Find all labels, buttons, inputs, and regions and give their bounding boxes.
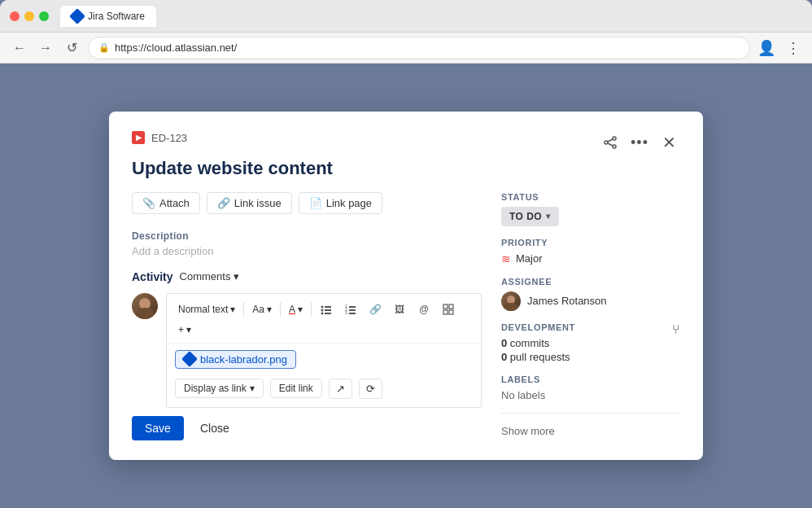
- status-section-label: STATUS: [501, 192, 680, 202]
- mention-button[interactable]: @: [413, 299, 435, 320]
- assignee-name: James Rotanson: [527, 295, 607, 307]
- labels-section-label: LABELS: [501, 374, 680, 384]
- description-placeholder[interactable]: Add a description: [132, 245, 482, 257]
- menu-icon[interactable]: ⋮: [783, 38, 802, 58]
- description-label: Description: [132, 230, 482, 242]
- minimize-traffic-light[interactable]: [24, 11, 34, 21]
- issue-id-row: ▶ ED-123: [132, 131, 187, 144]
- more-chevron-icon: ▾: [186, 324, 191, 335]
- close-button[interactable]: Close: [192, 416, 238, 440]
- image-button[interactable]: 🖼: [388, 299, 411, 320]
- svg-point-5: [321, 305, 324, 308]
- svg-rect-16: [349, 313, 356, 314]
- show-more-link[interactable]: Show more: [501, 425, 680, 437]
- user-avatar: [132, 293, 158, 319]
- text-style-dropdown[interactable]: Normal text ▾: [173, 301, 240, 318]
- forward-button[interactable]: →: [36, 38, 55, 58]
- development-section: DEVELOPMENT ⑂ 0 commits 0 pull requests: [501, 322, 680, 363]
- lock-icon: 🔒: [98, 42, 110, 53]
- issue-type-icon: ▶: [132, 131, 145, 144]
- svg-line-3: [608, 139, 613, 142]
- svg-rect-10: [325, 313, 331, 314]
- font-size-dropdown[interactable]: Aa ▾: [247, 301, 277, 318]
- open-link-icon: ↗: [336, 383, 345, 395]
- pull-requests-value: 0: [501, 351, 507, 363]
- font-size-label: Aa: [252, 304, 264, 315]
- titlebar: Jira Software: [0, 0, 812, 33]
- assignee-row: James Rotanson: [501, 291, 680, 311]
- labels-value: No labels: [501, 389, 680, 401]
- dev-header: DEVELOPMENT ⑂: [501, 322, 680, 337]
- priority-value: Major: [516, 252, 543, 265]
- account-icon[interactable]: 👤: [757, 38, 776, 58]
- comment-editor[interactable]: Normal text ▾ Aa ▾ A: [166, 293, 482, 408]
- svg-rect-12: [349, 306, 356, 308]
- open-link-button[interactable]: ↗: [329, 379, 352, 399]
- issue-title: Update website content: [132, 157, 680, 181]
- svg-rect-19: [443, 310, 447, 314]
- traffic-lights: [10, 11, 49, 21]
- status-badge[interactable]: TO DO ▾: [501, 207, 559, 226]
- development-section-label: DEVELOPMENT: [501, 322, 575, 332]
- modal-body: 📎 Attach 🔗 Link issue 📄 Link page: [132, 192, 680, 440]
- browser-content: ▶ ED-123 ••• ✕ Update website content: [0, 64, 812, 508]
- priority-row: ≋ Major: [501, 252, 680, 265]
- issue-id: ED-123: [151, 132, 187, 144]
- close-traffic-light[interactable]: [10, 11, 20, 21]
- more-options-button[interactable]: •••: [628, 131, 651, 154]
- svg-rect-20: [449, 310, 453, 314]
- bullet-list-button[interactable]: [315, 299, 338, 320]
- svg-rect-17: [443, 304, 447, 309]
- modal-actions: ••• ✕: [599, 131, 680, 154]
- activity-dropdown-label: Comments: [180, 270, 231, 282]
- close-modal-button[interactable]: ✕: [657, 131, 680, 154]
- link-issue-label: Link issue: [234, 197, 282, 209]
- attach-button[interactable]: 📎 Attach: [132, 192, 200, 214]
- table-button[interactable]: [437, 299, 460, 320]
- save-button[interactable]: Save: [132, 416, 184, 440]
- link-page-button[interactable]: 📄 Link page: [299, 192, 382, 214]
- url-bar[interactable]: 🔒 https://cloud.atlassian.net/: [88, 37, 750, 59]
- reload-button[interactable]: ↺: [62, 38, 81, 58]
- modal-header: ▶ ED-123 ••• ✕: [132, 131, 680, 154]
- numbered-list-button[interactable]: 1.2.3.: [339, 299, 362, 320]
- link-button[interactable]: 🔗: [364, 299, 386, 320]
- activity-dropdown[interactable]: Comments ▾: [180, 270, 240, 282]
- labels-section: LABELS No labels: [501, 374, 680, 401]
- commits-label: commits: [510, 337, 549, 349]
- unlink-button[interactable]: ⟳: [359, 379, 382, 399]
- commits-stat: 0 commits: [501, 337, 680, 349]
- branch-icon[interactable]: ⑂: [672, 322, 680, 337]
- display-link-label: Display as link: [184, 383, 247, 394]
- unlink-icon: ⟳: [366, 383, 375, 395]
- edit-link-button[interactable]: Edit link: [270, 379, 322, 398]
- status-section: STATUS TO DO ▾: [501, 192, 680, 226]
- link-issue-button[interactable]: 🔗 Link issue: [207, 192, 292, 214]
- modal-footer: Save Close: [132, 416, 482, 440]
- pull-requests-stat: 0 pull requests: [501, 351, 680, 363]
- more-formatting-button[interactable]: + ▾: [173, 322, 196, 338]
- attached-file-chip[interactable]: black-labrador.png: [175, 350, 296, 369]
- toolbar-separator-1: [243, 302, 244, 317]
- font-color-dropdown[interactable]: A ▾: [284, 301, 308, 318]
- link-popup: Display as link ▾ Edit link ↗: [175, 374, 473, 401]
- commits-value: 0: [501, 337, 507, 349]
- browser-toolbar: ← → ↺ 🔒 https://cloud.atlassian.net/ 👤 ⋮: [0, 33, 812, 64]
- assignee-section-label: ASSIGNEE: [501, 277, 680, 287]
- activity-chevron-icon: ▾: [234, 270, 239, 282]
- jira-logo-icon: [69, 8, 85, 24]
- pull-requests-label: pull requests: [510, 351, 570, 363]
- back-button[interactable]: ←: [10, 38, 29, 58]
- display-as-link-button[interactable]: Display as link ▾: [175, 379, 264, 398]
- fullscreen-traffic-light[interactable]: [39, 11, 49, 21]
- assignee-section: ASSIGNEE James Rotanson: [501, 277, 680, 311]
- browser-tab[interactable]: Jira Software: [60, 6, 156, 27]
- toolbar-separator-3: [311, 302, 312, 317]
- share-button[interactable]: [599, 131, 622, 154]
- modal-left: 📎 Attach 🔗 Link issue 📄 Link page: [132, 192, 482, 440]
- priority-section-label: PRIORITY: [501, 238, 680, 247]
- editor-content[interactable]: black-labrador.png Display as link ▾ Edi…: [167, 344, 481, 407]
- font-size-chevron-icon: ▾: [267, 304, 272, 315]
- svg-line-4: [608, 143, 613, 146]
- svg-point-9: [321, 312, 324, 314]
